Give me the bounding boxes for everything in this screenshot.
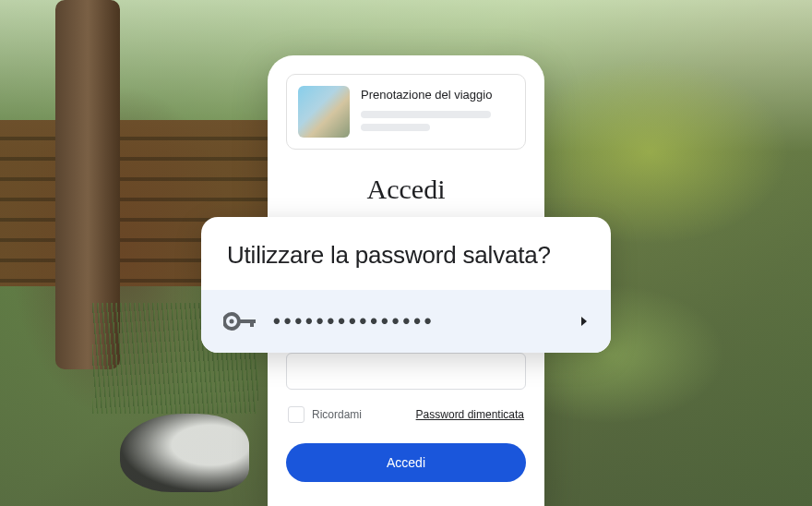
masked-password: •••••••••••••••: [273, 311, 563, 331]
prompt-title: Utilizzare la password salvata?: [201, 217, 611, 290]
chevron-right-icon[interactable]: [579, 316, 589, 327]
saved-password-row[interactable]: •••••••••••••••: [201, 290, 611, 353]
key-icon: [223, 310, 257, 332]
svg-point-3: [230, 319, 234, 324]
background-dog: [120, 414, 249, 492]
booking-info: Prenotazione del viaggio: [361, 86, 514, 137]
booking-card[interactable]: Prenotazione del viaggio: [286, 74, 526, 150]
signin-button[interactable]: Accedi: [286, 443, 526, 482]
skeleton-line: [361, 124, 430, 131]
skeleton-line: [361, 111, 491, 118]
remember-checkbox[interactable]: [288, 406, 304, 423]
password-input[interactable]: [286, 353, 526, 390]
svg-rect-2: [250, 319, 254, 327]
form-options-row: Ricordami Password dimenticata: [286, 406, 526, 423]
booking-thumbnail: [298, 86, 350, 138]
remember-me[interactable]: Ricordami: [288, 406, 362, 423]
booking-title: Prenotazione del viaggio: [361, 88, 514, 102]
saved-password-prompt: Utilizzare la password salvata? ••••••••…: [201, 217, 611, 353]
forgot-password-link[interactable]: Password dimenticata: [416, 408, 524, 421]
remember-label: Ricordami: [312, 408, 362, 421]
signin-heading: Accedi: [286, 174, 526, 205]
